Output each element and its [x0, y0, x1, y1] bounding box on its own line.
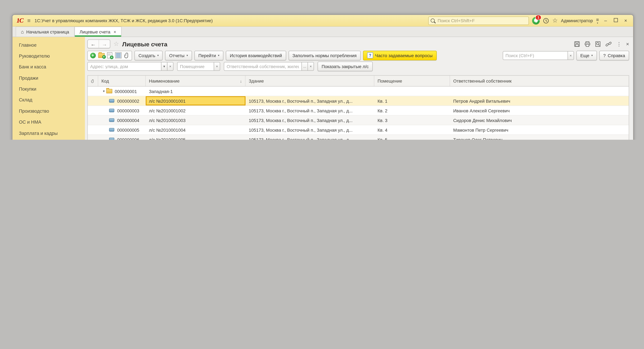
owner-column-header[interactable]: Ответственный собственник: [450, 76, 629, 86]
address-filter: ▾ ×: [88, 62, 174, 71]
account-item-icon: [109, 109, 114, 112]
list-toolbar: + + Создать▾ Отчеты▾ Перейти▾ История вз…: [85, 50, 633, 61]
building-column-header[interactable]: Здание: [246, 76, 374, 86]
more-button[interactable]: Еще▾: [576, 50, 597, 60]
minimize-button[interactable]: –: [602, 18, 609, 23]
address-filter-input[interactable]: [88, 62, 162, 71]
paperclip-icon: [91, 78, 95, 84]
sidebar-item-bank[interactable]: Банк и касса: [12, 62, 85, 72]
sidebar-item-zarplata[interactable]: Зарплата и кадры: [12, 128, 85, 138]
account-item-icon: [109, 99, 114, 103]
chevron-down-icon: ▾: [591, 54, 593, 57]
quick-action-group: + +: [88, 50, 132, 60]
sidebar-item-proizvodstvo[interactable]: Производство: [12, 106, 85, 116]
table-row[interactable]: 000000002 л/с №2010001001 105173, Москва…: [88, 96, 629, 106]
sidebar-item-rukovoditelyu[interactable]: Руководителю: [12, 50, 85, 61]
sidebar-item-pokupki[interactable]: Покупки: [12, 84, 85, 94]
table-row[interactable]: 000000006 л/с №2010001005 105173, Москва…: [88, 135, 629, 140]
interaction-history-button[interactable]: История взаимодействий: [226, 50, 286, 60]
service-menu-icon[interactable]: ≡ ▾: [596, 17, 599, 24]
notification-badge: 1: [535, 15, 542, 20]
copy-button[interactable]: +: [106, 52, 114, 59]
reports-button[interactable]: Отчеты▾: [165, 50, 192, 60]
sidebar-item-operacii[interactable]: Операции: [12, 138, 85, 140]
preview-icon[interactable]: [595, 41, 601, 47]
sidebar-item-glavnoe[interactable]: Главное: [12, 40, 85, 50]
tab-close-icon[interactable]: ×: [114, 30, 116, 34]
table-group-row[interactable]: ▾ 000000001 Западная-1: [88, 86, 629, 96]
sidebar-item-os-nma[interactable]: ОС и НМА: [12, 116, 85, 128]
link-icon[interactable]: [606, 41, 612, 47]
owner-select-button[interactable]: ...: [302, 62, 308, 71]
chevron-down-icon: ▾: [218, 54, 220, 57]
favorite-star-icon[interactable]: ☆: [114, 40, 119, 48]
page-header: ← → ☆ Лицевые счета ⋮ ×: [85, 37, 633, 50]
restore-icon: [614, 18, 618, 22]
table-header: Код Наименование↓ Здание Помещение Ответ…: [88, 76, 629, 86]
restore-button[interactable]: [612, 18, 619, 23]
window-tab-bar: ⌂ Начальная страница Лицевые счета ×: [12, 26, 633, 37]
main-area: Главное Руководителю Банк и касса Продаж…: [12, 37, 633, 140]
clear-search-button[interactable]: ×: [568, 51, 574, 60]
account-item-icon: [109, 118, 114, 122]
history-icon[interactable]: [543, 18, 549, 24]
close-window-button[interactable]: ×: [622, 18, 629, 23]
main-menu-icon[interactable]: ≡: [27, 18, 30, 24]
owner-clear-button[interactable]: ×: [308, 62, 314, 71]
list-icon: [115, 52, 122, 58]
sidebar-item-prodazhi[interactable]: Продажи: [12, 72, 85, 84]
table-row[interactable]: 000000004 л/с №2010001003 105173, Москва…: [88, 116, 629, 125]
room-column-header[interactable]: Помещение: [374, 76, 450, 86]
create-button[interactable]: Создать▾: [134, 50, 163, 60]
collapse-icon[interactable]: ▾: [103, 89, 105, 93]
help-button[interactable]: ?Справка: [599, 50, 629, 60]
table-row[interactable]: 000000003 л/с №2010001002 105173, Москва…: [88, 106, 629, 116]
selected-cell[interactable]: л/с №2010001001: [146, 96, 246, 106]
add-button[interactable]: [88, 52, 97, 59]
global-search-input[interactable]: [437, 18, 527, 23]
user-name: Администратор: [561, 18, 593, 23]
filters-row: ▾ × × ... × Показать закрытые л/с: [85, 61, 633, 72]
fill-norms-button[interactable]: Заполнить нормы потребления: [288, 50, 361, 60]
save-icon[interactable]: [574, 41, 580, 47]
room-filter-input[interactable]: [177, 62, 214, 71]
attachment-column-header[interactable]: [88, 76, 98, 86]
name-column-header[interactable]: Наименование↓: [146, 76, 246, 86]
more-commands-icon[interactable]: ⋮: [616, 41, 622, 47]
forward-button[interactable]: →: [99, 40, 110, 48]
room-clear-button[interactable]: ×: [214, 62, 220, 71]
account-item-icon: [109, 138, 114, 140]
address-dropdown-button[interactable]: ▾: [161, 62, 168, 71]
back-button[interactable]: ←: [88, 40, 99, 48]
nav-history-group: ← →: [88, 40, 110, 48]
window-title: 1С:Учет в управляющих компаниях ЖКХ, ТСЖ…: [34, 18, 213, 23]
attachments-button[interactable]: [122, 52, 131, 59]
print-icon[interactable]: [584, 41, 591, 47]
tab-home[interactable]: ⌂ Начальная страница: [16, 26, 74, 37]
faq-button[interactable]: ?Часто задаваемые вопросы: [363, 50, 437, 60]
chevron-down-icon: ▾: [157, 54, 159, 57]
address-clear-button[interactable]: ×: [167, 62, 174, 71]
show-closed-accounts-button[interactable]: Показать закрытые л/с: [318, 61, 373, 71]
notifications-button[interactable]: 1: [532, 17, 540, 24]
list-view-button[interactable]: [114, 52, 122, 59]
close-form-icon[interactable]: ×: [626, 41, 629, 47]
content-area: ← → ☆ Лицевые счета ⋮ × +: [85, 37, 633, 140]
tab-accounts[interactable]: Лицевые счета ×: [74, 26, 122, 37]
owner-filter-input[interactable]: [224, 62, 302, 71]
add-group-button[interactable]: +: [97, 52, 106, 59]
list-search-input[interactable]: [503, 51, 568, 60]
screen: 1С ≡ 1С:Учет в управляющих компаниях ЖКХ…: [0, 0, 644, 140]
favorites-icon[interactable]: ☆: [552, 17, 558, 24]
sidebar-item-sklad[interactable]: Склад: [12, 94, 85, 106]
goto-button[interactable]: Перейти▾: [194, 50, 223, 60]
table-row[interactable]: 000000005 л/с №2010001004 105173, Москва…: [88, 125, 629, 135]
1c-logo: 1С: [16, 17, 23, 24]
global-search-box[interactable]: [428, 16, 529, 25]
title-bar: 1С ≡ 1С:Учет в управляющих компаниях ЖКХ…: [12, 15, 633, 27]
chevron-down-icon: ▾: [186, 54, 188, 57]
add-icon: [90, 52, 96, 58]
tab-accounts-label: Лицевые счета: [80, 30, 110, 34]
code-column-header[interactable]: Код: [98, 76, 146, 86]
account-item-icon: [109, 128, 114, 132]
